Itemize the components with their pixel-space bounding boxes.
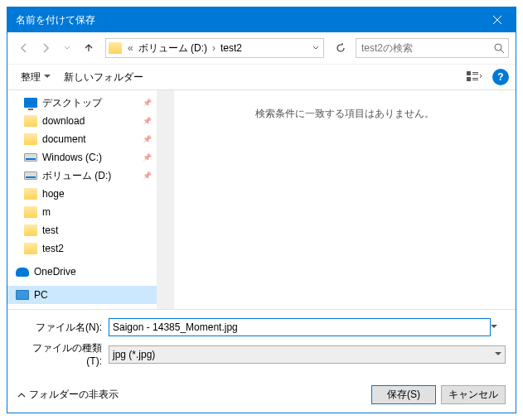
search-box[interactable] [356,38,509,58]
disk-icon [24,153,37,162]
tree-item-label: m [42,206,51,218]
tree-pc[interactable]: PC [7,286,157,304]
toolbar: 整理 新しいフォルダー ? [7,64,516,90]
tree-item[interactable]: document [7,130,157,148]
newfolder-button[interactable]: 新しいフォルダー [57,67,150,88]
svg-rect-3 [472,74,478,75]
chevron-down-icon [64,45,70,51]
tree-item[interactable]: m [7,203,157,221]
tree-item-label: document [42,133,86,145]
chevron-down-icon [44,75,51,80]
tree-item[interactable]: デスクトップ [7,94,157,112]
svg-rect-2 [472,72,478,73]
cancel-button[interactable]: キャンセル [441,385,506,404]
tree-item-label: OneDrive [34,266,76,278]
chevron-up-icon [17,392,26,398]
folder-icon [24,206,37,218]
filename-input[interactable] [109,318,491,336]
help-button[interactable]: ? [492,69,509,85]
folder-icon [24,188,37,200]
folder-icon [24,243,37,254]
save-button[interactable]: 保存(S) [371,385,436,404]
scrollbar[interactable] [160,90,174,309]
up-button[interactable] [79,38,99,58]
hide-folders-link[interactable]: フォルダーの非表示 [17,388,119,402]
tree-item-label: Windows (C:) [42,152,102,163]
organize-button[interactable]: 整理 [14,67,57,88]
folder-icon [106,42,124,54]
chevron-down-icon [495,352,501,357]
breadcrumb-folder[interactable]: test2 [219,42,244,54]
close-icon [493,16,501,24]
breadcrumb-sep: « [124,42,137,54]
save-dialog: 名前を付けて保存 « ボリューム (D:) › test2 整理 新しいフォルダ… [7,7,516,413]
disk-icon [24,171,37,180]
fields-panel: ファイル名(N): ファイルの種類(T): jpg (*.jpg) [7,309,516,379]
filename-label: ファイル名(N): [17,321,109,335]
empty-message: 検索条件に一致する項目はありません。 [174,90,516,309]
arrow-right-icon [40,42,51,54]
tree-item-label: test2 [42,243,64,254]
onedrive-icon [16,268,29,277]
chevron-right-icon: › [209,42,219,54]
svg-rect-4 [467,77,471,81]
arrow-up-icon [83,42,94,54]
search-icon [494,43,505,54]
titlebar: 名前を付けて保存 [7,7,516,32]
tree-onedrive[interactable]: OneDrive [7,263,157,281]
desktop-icon [24,98,37,108]
tree-item-label: PC [34,289,48,301]
forward-button[interactable] [36,38,56,58]
view-button[interactable] [462,67,486,87]
tree-item-label: test [42,224,58,236]
search-input[interactable] [360,41,494,55]
tree-item-label: download [42,115,85,127]
view-icon [467,71,482,83]
nav-tree[interactable]: デスクトップdownloaddocumentWindows (C:)ボリューム … [7,90,157,309]
arrow-left-icon [18,42,30,54]
title-text: 名前を付けて保存 [16,13,478,27]
svg-rect-5 [472,78,478,79]
tree-item[interactable]: test [7,221,157,239]
tree-item[interactable]: download [7,112,157,130]
help-icon: ? [497,71,503,83]
chevron-down-icon [312,45,319,51]
breadcrumb-dropdown[interactable] [308,45,323,51]
folder-icon [24,115,37,127]
svg-rect-1 [467,71,471,75]
tree-item[interactable]: test2 [7,239,157,258]
footer: フォルダーの非表示 保存(S) キャンセル [7,379,516,413]
tree-item-label: hoge [42,188,65,200]
recent-button[interactable] [57,38,77,58]
breadcrumb[interactable]: « ボリューム (D:) › test2 [105,38,324,58]
pc-icon [16,290,29,300]
navbar: « ボリューム (D:) › test2 [7,32,516,64]
svg-rect-6 [472,80,478,80]
folder-icon [24,133,37,145]
folder-icon [24,224,37,236]
filetype-select[interactable]: jpg (*.jpg) [109,345,506,364]
refresh-icon [335,42,346,54]
filetype-label: ファイルの種類(T): [17,341,109,367]
back-button[interactable] [14,38,34,58]
svg-point-0 [495,44,501,51]
tree-item[interactable]: ボリューム (D:) [7,167,157,185]
filename-dropdown[interactable] [491,325,506,330]
tree-item-label: デスクトップ [42,96,102,110]
tree-item[interactable]: hoge [7,185,157,203]
refresh-button[interactable] [331,38,351,58]
tree-item[interactable]: Windows (C:) [7,148,157,167]
breadcrumb-root[interactable]: ボリューム (D:) [137,41,209,56]
close-button[interactable] [478,7,516,32]
chevron-down-icon [491,325,497,330]
file-area: 検索条件に一致する項目はありません。 [160,90,516,309]
tree-item-label: ボリューム (D:) [42,169,111,183]
content-area: デスクトップdownloaddocumentWindows (C:)ボリューム … [7,90,516,309]
